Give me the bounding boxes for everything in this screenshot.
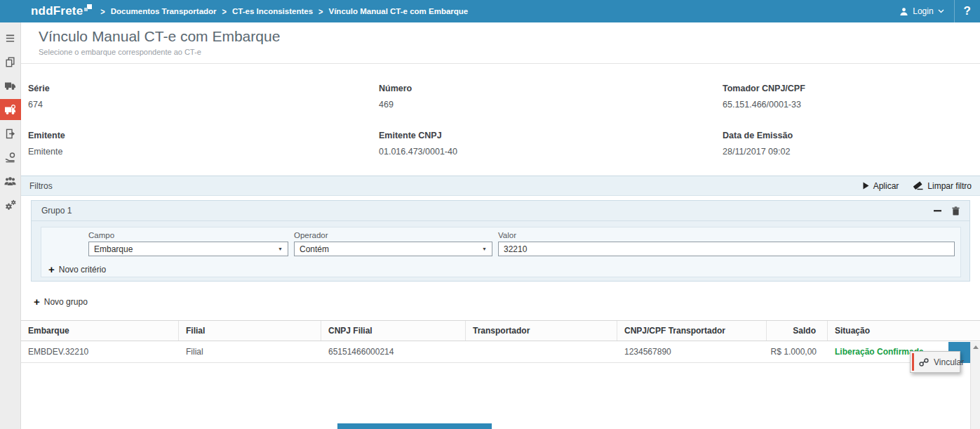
horizontal-scrollbar-thumb[interactable] <box>337 423 492 429</box>
field-data-emissao: Data de Emissão 28/11/2017 09:02 <box>723 131 968 157</box>
field-serie: Série 674 <box>28 84 379 110</box>
gears-icon <box>5 199 16 211</box>
copy-documents-icon <box>5 57 15 67</box>
login-button[interactable]: Login <box>890 0 953 22</box>
sidebar-item-cte-embarque-active[interactable] <box>0 99 21 120</box>
truck-badge-icon <box>4 105 16 115</box>
vertical-scrollbar[interactable] <box>970 342 980 429</box>
field-value: 674 <box>28 100 379 110</box>
top-bar: nddFrete > Documentos Transportador > CT… <box>0 0 980 22</box>
help-button[interactable]: ? <box>955 0 980 22</box>
field-numero: Número 469 <box>379 84 723 110</box>
column-header-filial[interactable]: Filial <box>179 321 321 341</box>
column-header-embarque[interactable]: Embarque <box>21 321 179 341</box>
plus-icon: + <box>48 265 55 274</box>
field-value: 65.151.466/0001-33 <box>723 100 968 110</box>
breadcrumb-separator-icon: > <box>318 6 323 16</box>
vincular-label: Vincular <box>934 357 964 367</box>
cell-filial: Filial <box>179 341 321 362</box>
new-group-label: Novo grupo <box>44 297 88 307</box>
operador-selected-value: Contém <box>300 244 329 254</box>
filter-group-header: Grupo 1 <box>32 201 969 221</box>
cte-details: Série 674 Número 469 Tomador CNPJ/CPF 65… <box>28 84 968 157</box>
new-group-button[interactable]: + Novo grupo <box>34 297 88 307</box>
help-label: ? <box>964 4 971 18</box>
app-logo-text: nddFrete <box>31 1 83 22</box>
breadcrumb-item-vinculo[interactable]: Vínculo Manual CT-e com Embarque <box>329 7 469 15</box>
cell-saldo: R$ 1.000,00 <box>767 341 828 362</box>
valor-label: Valor <box>498 231 955 239</box>
campo-label: Campo <box>88 231 288 239</box>
page-title: Vínculo Manual CT-e com Embarque <box>39 28 280 45</box>
column-header-cnpj-filial[interactable]: CNPJ Filial <box>321 321 466 341</box>
column-header-transportador[interactable]: Transportador <box>466 321 617 341</box>
field-value: 469 <box>379 100 723 110</box>
app-logo: nddFrete <box>31 1 92 22</box>
sidebar-item-export[interactable] <box>0 123 21 144</box>
new-criterion-button[interactable]: + Novo critério <box>48 265 960 275</box>
field-emitente: Emitente Emitente <box>28 131 379 157</box>
operador-field: Operador Contém ▼ <box>294 231 492 256</box>
play-icon <box>863 182 869 190</box>
clear-filter-label: Limpar filtro <box>927 181 972 191</box>
export-document-icon <box>5 128 15 139</box>
filter-group-tools <box>934 206 960 216</box>
head-divider <box>21 63 980 64</box>
dropdown-caret-icon: ▼ <box>482 246 487 251</box>
sidebar-item-payments[interactable] <box>0 147 21 168</box>
filter-criterion-row: Campo Embarque ▼ Operador Contém ▼ Valor <box>41 227 960 256</box>
filter-group-title: Grupo 1 <box>41 206 72 216</box>
field-tomador: Tomador CNPJ/CPF 65.151.466/0001-33 <box>723 84 968 110</box>
field-label: Data de Emissão <box>723 131 968 140</box>
field-label: Emitente <box>28 131 379 140</box>
valor-input[interactable] <box>498 242 955 256</box>
plus-icon: + <box>34 298 40 306</box>
menu-icon <box>5 33 15 44</box>
breadcrumb-item-ctes[interactable]: CT-es Inconsistentes <box>232 7 313 15</box>
login-label: Login <box>913 6 933 16</box>
sidebar-item-documents[interactable] <box>0 51 21 72</box>
sidebar-item-users[interactable] <box>0 171 21 192</box>
sidebar-item-menu[interactable] <box>0 27 21 48</box>
new-criterion-label: Novo critério <box>59 265 106 275</box>
apply-filter-button[interactable]: Aplicar <box>863 181 899 191</box>
field-value: Emitente <box>28 147 379 157</box>
field-value: 01.016.473/0001-40 <box>379 147 723 157</box>
cell-cnpj-filial: 65151466000214 <box>321 341 466 362</box>
scroll-up-arrow-icon[interactable] <box>973 345 979 349</box>
apply-filter-label: Aplicar <box>873 181 899 191</box>
sidebar-item-truck[interactable] <box>0 75 21 96</box>
row-context-menu: Vincular <box>910 351 960 373</box>
field-emitente-cnpj: Emitente CNPJ 01.016.473/0001-40 <box>379 131 723 157</box>
campo-field: Campo Embarque ▼ <box>88 231 288 256</box>
cell-transportador <box>466 341 617 362</box>
context-menu-accent-stripe <box>912 353 914 371</box>
field-label: Número <box>379 84 723 93</box>
breadcrumb: > Documentos Transportador > CT-es Incon… <box>100 7 468 15</box>
campo-select[interactable]: Embarque ▼ <box>88 242 288 256</box>
filter-group-box: Grupo 1 Campo Embarque ▼ Operador Conté <box>31 200 970 282</box>
sidebar-item-settings[interactable] <box>0 194 21 216</box>
column-header-saldo[interactable]: Saldo <box>767 321 828 341</box>
delete-group-button[interactable] <box>952 206 960 216</box>
users-icon <box>4 176 16 186</box>
column-header-situacao[interactable]: Situação <box>828 321 980 341</box>
breadcrumb-item-documentos[interactable]: Documentos Transportador <box>111 7 217 15</box>
vincular-menu-item[interactable]: Vincular <box>911 352 960 372</box>
field-value: 28/11/2017 09:02 <box>723 147 968 157</box>
embarques-table: Embarque Filial CNPJ Filial Transportado… <box>21 320 980 363</box>
filters-bar: Filtros Aplicar Limpar filtro <box>21 176 980 196</box>
field-label: Emitente CNPJ <box>379 131 723 140</box>
valor-field: Valor <box>498 231 955 256</box>
column-header-cnpj-transportador[interactable]: CNPJ/CPF Transportador <box>617 321 767 341</box>
table-row[interactable]: EMBDEV.32210 Filial 65151466000214 12345… <box>21 341 980 363</box>
sidebar <box>0 22 21 429</box>
operador-select[interactable]: Contém ▼ <box>294 242 492 256</box>
campo-selected-value: Embarque <box>94 244 133 254</box>
filter-criteria-panel: Campo Embarque ▼ Operador Contém ▼ Valor… <box>41 227 961 277</box>
field-label: Série <box>28 84 379 93</box>
field-label: Tomador CNPJ/CPF <box>723 84 968 93</box>
clear-filter-button[interactable]: Limpar filtro <box>913 181 972 191</box>
cell-cnpj-transportador: 1234567890 <box>617 341 767 362</box>
collapse-group-button[interactable] <box>934 210 941 212</box>
